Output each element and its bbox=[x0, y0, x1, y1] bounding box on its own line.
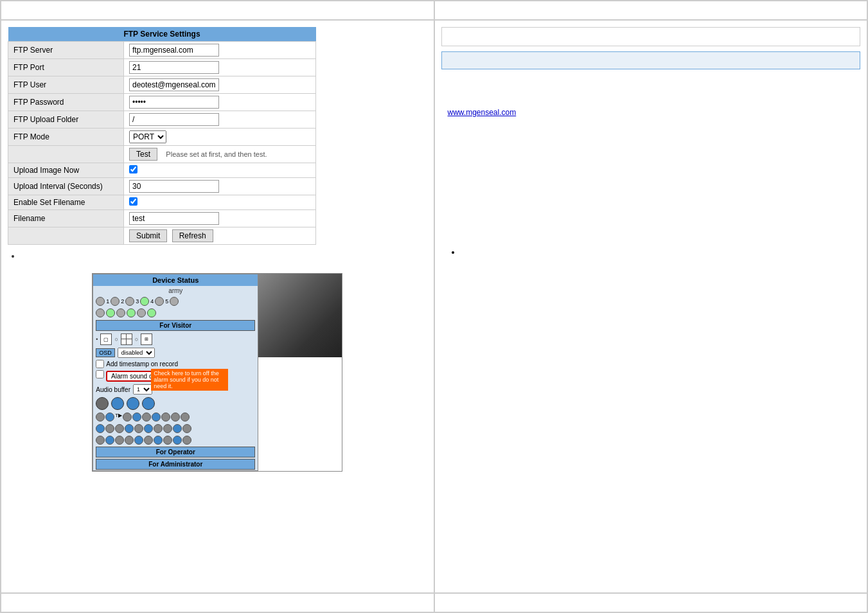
ftp-port-input[interactable] bbox=[129, 61, 219, 74]
ftp-settings-table: FTP Service Settings FTP Server FTP Port bbox=[8, 27, 316, 245]
add-timestamp-label: Add timestamp on record bbox=[106, 360, 178, 368]
device-status-subtitle: army bbox=[93, 286, 258, 296]
layout-dot3: ○ bbox=[135, 336, 138, 342]
small-icon-21 bbox=[105, 436, 114, 445]
control-icon-3[interactable] bbox=[127, 397, 139, 410]
test-button[interactable]: Test bbox=[129, 148, 157, 161]
layout-icon-multi[interactable]: ⊞ bbox=[141, 333, 152, 345]
small-icon-8 bbox=[171, 413, 180, 422]
upload-image-now-label: Upload Image Now bbox=[8, 163, 124, 178]
status-circle-3 bbox=[125, 297, 134, 306]
small-icons-grid2 bbox=[93, 423, 258, 434]
small-icon-10 bbox=[96, 424, 105, 433]
ftp-mode-select[interactable]: PORT PASV bbox=[129, 130, 166, 143]
website-link[interactable]: www.mgenseal.com bbox=[448, 108, 517, 117]
status-circle-5 bbox=[155, 297, 164, 306]
upload-interval-label: Upload Interval (Seconds) bbox=[8, 178, 124, 195]
ftp-port-cell bbox=[124, 59, 316, 76]
small-icon-6 bbox=[152, 413, 161, 422]
ftp-server-label: FTP Server bbox=[8, 42, 124, 59]
device-status-panel: Device Status army 1 2 3 4 5 bbox=[93, 274, 258, 471]
filename-row: Filename bbox=[8, 210, 316, 227]
bottom-right-bar bbox=[434, 593, 868, 612]
small-icon-29 bbox=[182, 436, 191, 445]
layout-icon-single[interactable]: ▢ bbox=[100, 333, 112, 345]
small-icon-12 bbox=[115, 424, 124, 433]
status-circle-1 bbox=[96, 297, 105, 306]
for-visitor-button[interactable]: For Visitor bbox=[96, 320, 255, 331]
bullet-list bbox=[21, 251, 427, 260]
status-circle-12 bbox=[147, 308, 156, 317]
layout-icons-row: • ▢ ○ ○ ⊞ bbox=[93, 332, 258, 346]
ftp-password-input[interactable] bbox=[129, 96, 219, 109]
bottom-left-bar bbox=[1, 593, 434, 612]
small-icon-20 bbox=[96, 436, 105, 445]
small-icon-5 bbox=[142, 413, 151, 422]
alarm-sound-checkbox[interactable] bbox=[96, 370, 104, 378]
small-icon-23 bbox=[125, 436, 134, 445]
submit-button[interactable]: Submit bbox=[129, 229, 167, 242]
device-status-header: Device Status bbox=[93, 274, 258, 286]
control-icon-2[interactable] bbox=[111, 397, 124, 410]
small-icon-28 bbox=[173, 436, 182, 445]
layout-icon-quad[interactable] bbox=[121, 333, 132, 345]
filename-label: Filename bbox=[8, 210, 124, 227]
upload-interval-row: Upload Interval (Seconds) bbox=[8, 178, 316, 195]
small-icon-3 bbox=[123, 413, 132, 422]
refresh-button[interactable]: Refresh bbox=[172, 229, 213, 242]
enable-set-filename-checkbox[interactable] bbox=[129, 197, 137, 206]
for-administrator-button[interactable]: For Administrator bbox=[96, 459, 255, 470]
small-icon-25 bbox=[144, 436, 153, 445]
ftp-test-row: Test Please set at first, and then test. bbox=[8, 146, 316, 163]
small-icon-27 bbox=[163, 436, 172, 445]
audio-buffer-select[interactable]: 1 2 3 bbox=[133, 384, 152, 395]
small-icon-19 bbox=[182, 424, 191, 433]
ftp-user-row: FTP User bbox=[8, 76, 316, 94]
control-icon-1[interactable] bbox=[96, 397, 109, 410]
icon-circles-row bbox=[93, 396, 258, 411]
upload-interval-cell bbox=[124, 178, 316, 195]
main-right-panel: www.mgenseal.com bbox=[434, 20, 868, 593]
ftp-test-cell: Test Please set at first, and then test. bbox=[124, 146, 316, 163]
right-bullet-item bbox=[461, 246, 855, 258]
ftp-port-row: FTP Port bbox=[8, 59, 316, 76]
upload-image-now-checkbox[interactable] bbox=[129, 165, 137, 173]
main-left-panel: FTP Service Settings FTP Server FTP Port bbox=[1, 20, 434, 593]
status-circle-2 bbox=[111, 297, 120, 306]
small-icon-22 bbox=[115, 436, 124, 445]
ftp-user-input[interactable] bbox=[129, 78, 219, 91]
for-operator-button[interactable]: For Operator bbox=[96, 447, 255, 458]
ftp-password-cell bbox=[124, 94, 316, 111]
small-icon-label-1: T▶ bbox=[115, 413, 122, 422]
top-left-bar bbox=[1, 1, 434, 20]
osd-select[interactable]: disabled enabled bbox=[118, 348, 155, 358]
ftp-server-input[interactable] bbox=[129, 44, 219, 57]
right-sub-panel bbox=[441, 51, 861, 69]
small-icon-1 bbox=[96, 413, 105, 422]
alarm-sound-row: Alarm sound off Check here to turn off t… bbox=[93, 369, 258, 383]
control-icon-4[interactable] bbox=[142, 397, 155, 410]
ftp-table-header: FTP Service Settings bbox=[8, 27, 316, 42]
upload-interval-input[interactable] bbox=[129, 180, 219, 193]
status-num-4: 4 bbox=[150, 298, 154, 305]
ftp-port-label: FTP Port bbox=[8, 59, 124, 76]
layout-dot2: ○ bbox=[114, 336, 118, 342]
small-icon-4 bbox=[132, 413, 141, 422]
small-icons-grid3 bbox=[93, 434, 258, 446]
add-timestamp-row: Add timestamp on record bbox=[93, 359, 258, 369]
right-bullet-list bbox=[461, 246, 855, 258]
audio-buffer-label: Audio buffer bbox=[96, 386, 130, 393]
form-buttons-row: Submit Refresh bbox=[8, 227, 316, 245]
ftp-server-cell bbox=[124, 42, 316, 59]
device-status-container: Device Status army 1 2 3 4 5 bbox=[8, 273, 427, 472]
alarm-tooltip: Check here to turn off the alarm sound i… bbox=[151, 369, 228, 391]
osd-row: OSD disabled enabled bbox=[93, 346, 258, 359]
status-circle-8 bbox=[106, 308, 115, 317]
right-link-line: www.mgenseal.com bbox=[448, 107, 855, 119]
filename-input[interactable] bbox=[129, 212, 219, 225]
osd-label: OSD bbox=[96, 348, 115, 357]
add-timestamp-checkbox[interactable] bbox=[96, 360, 104, 368]
upload-image-now-row: Upload Image Now bbox=[8, 163, 316, 178]
ftp-upload-folder-cell bbox=[124, 111, 316, 129]
ftp-upload-folder-input[interactable] bbox=[129, 113, 219, 126]
